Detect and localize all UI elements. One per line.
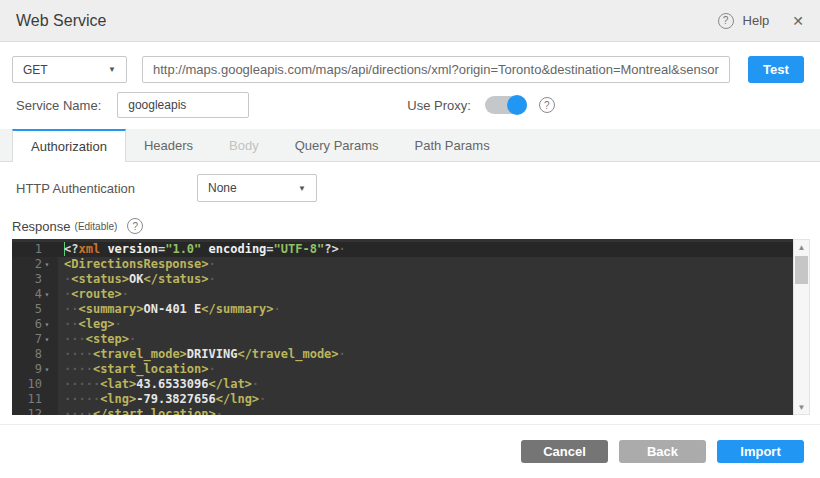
line-number: 6▾ bbox=[12, 317, 58, 332]
line-number: 10 bbox=[12, 377, 58, 392]
scroll-up-icon[interactable]: ▲ bbox=[798, 240, 806, 254]
method-select-value: GET bbox=[23, 63, 48, 77]
http-auth-label: HTTP Authentication bbox=[16, 181, 135, 196]
dialog-header: Web Service ? Help ✕ bbox=[0, 0, 820, 42]
dialog-footer: Cancel Back Import bbox=[0, 424, 820, 478]
close-icon[interactable]: ✕ bbox=[792, 13, 804, 29]
chevron-down-icon: ▼ bbox=[108, 65, 116, 74]
line-number: 11 bbox=[12, 392, 58, 407]
service-name-row: Service Name: Use Proxy: ? bbox=[12, 92, 804, 118]
proxy-help-icon[interactable]: ? bbox=[539, 97, 555, 113]
fold-arrow-icon[interactable]: ▾ bbox=[42, 257, 52, 272]
code-line[interactable]: 12····</start_location>· bbox=[12, 407, 793, 415]
tab-headers[interactable]: Headers bbox=[126, 129, 211, 161]
use-proxy-toggle[interactable] bbox=[485, 96, 527, 114]
response-code-editor[interactable]: 1<?xml version="1.0" encoding="UTF-8"?>·… bbox=[12, 239, 793, 415]
code-line[interactable]: 10·····<lat>43.6533096</lat>· bbox=[12, 377, 793, 392]
back-button[interactable]: Back bbox=[619, 440, 706, 463]
cancel-button[interactable]: Cancel bbox=[521, 440, 608, 463]
use-proxy-label: Use Proxy: bbox=[407, 98, 471, 113]
service-name-label: Service Name: bbox=[16, 98, 101, 113]
http-auth-select[interactable]: None ▼ bbox=[197, 174, 317, 202]
chevron-down-icon: ▼ bbox=[298, 184, 306, 193]
web-service-dialog: Web Service ? Help ✕ GET ▼ Test Service … bbox=[0, 0, 820, 478]
response-header-row: Response (Editable) ? bbox=[12, 218, 804, 234]
line-number: 1 bbox=[12, 242, 58, 257]
tab-body: Body bbox=[211, 129, 277, 161]
tab-path-params[interactable]: Path Params bbox=[396, 129, 507, 161]
response-help-icon[interactable]: ? bbox=[127, 218, 143, 234]
tabs-bar: AuthorizationHeadersBodyQuery ParamsPath… bbox=[0, 129, 820, 162]
code-line[interactable]: 4▾·<route>· bbox=[12, 287, 793, 302]
line-number: 12 bbox=[12, 407, 58, 415]
code-line[interactable]: 8····<travel_mode>DRIVING</travel_mode>· bbox=[12, 347, 793, 362]
response-editable-label: (Editable) bbox=[75, 221, 118, 232]
line-number: 5 bbox=[12, 302, 58, 317]
fold-arrow-icon[interactable]: ▾ bbox=[42, 332, 52, 347]
toggle-knob bbox=[507, 95, 527, 115]
code-line[interactable]: 2▾<DirectionsResponse>· bbox=[12, 257, 793, 272]
tab-authorization[interactable]: Authorization bbox=[12, 129, 126, 162]
http-auth-select-value: None bbox=[208, 181, 237, 195]
code-line[interactable]: 5··<summary>ON-401 E</summary>· bbox=[12, 302, 793, 317]
line-number: 3 bbox=[12, 272, 58, 287]
scroll-down-icon[interactable]: ▼ bbox=[798, 400, 806, 414]
line-number: 4▾ bbox=[12, 287, 58, 302]
code-line[interactable]: 11·····<lng>-79.3827656</lng>· bbox=[12, 392, 793, 407]
line-number: 7▾ bbox=[12, 332, 58, 347]
request-row: GET ▼ Test bbox=[12, 56, 804, 83]
method-select[interactable]: GET ▼ bbox=[12, 56, 127, 83]
tab-query-params[interactable]: Query Params bbox=[277, 129, 397, 161]
url-input[interactable] bbox=[142, 56, 730, 83]
code-line[interactable]: 7▾···<step>· bbox=[12, 332, 793, 347]
line-number: 8 bbox=[12, 347, 58, 362]
line-number: 9▾ bbox=[12, 362, 58, 377]
code-line[interactable]: 3·<status>OK</status>· bbox=[12, 272, 793, 287]
fold-arrow-icon[interactable]: ▾ bbox=[42, 317, 52, 332]
test-button[interactable]: Test bbox=[748, 56, 804, 83]
fold-arrow-icon[interactable]: ▾ bbox=[42, 362, 52, 377]
fold-arrow-icon[interactable]: ▾ bbox=[42, 287, 52, 302]
line-number: 2▾ bbox=[12, 257, 58, 272]
code-line[interactable]: 6▾··<leg>· bbox=[12, 317, 793, 332]
response-label: Response bbox=[12, 219, 71, 234]
response-editor-area: 1<?xml version="1.0" encoding="UTF-8"?>·… bbox=[12, 239, 810, 415]
http-auth-row: HTTP Authentication None ▼ bbox=[16, 174, 804, 202]
code-line[interactable]: 9▾····<start_location>· bbox=[12, 362, 793, 377]
code-line[interactable]: 1<?xml version="1.0" encoding="UTF-8"?>· bbox=[12, 242, 793, 257]
dialog-title: Web Service bbox=[16, 12, 106, 30]
service-name-input[interactable] bbox=[117, 92, 249, 118]
help-link[interactable]: Help bbox=[743, 13, 770, 28]
help-icon[interactable]: ? bbox=[718, 13, 734, 29]
scrollbar-thumb[interactable] bbox=[795, 256, 808, 284]
import-button[interactable]: Import bbox=[717, 440, 804, 463]
editor-scrollbar[interactable]: ▲ ▼ bbox=[793, 239, 810, 415]
